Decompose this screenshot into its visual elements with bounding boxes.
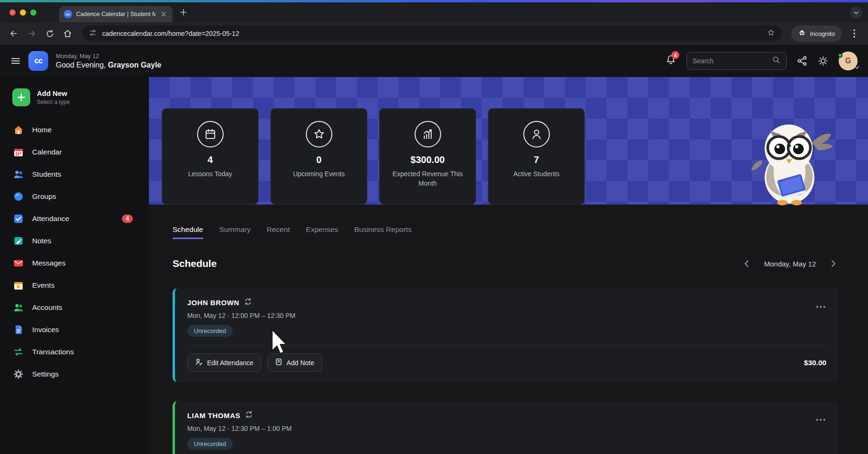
sidebar-item-attendance[interactable]: Attendance 4 (12, 207, 149, 230)
students-icon (12, 168, 25, 180)
next-day-button[interactable] (828, 258, 839, 269)
stat-value: 7 (534, 154, 539, 165)
calendar-icon (12, 146, 25, 158)
close-window-button[interactable] (9, 9, 16, 16)
lesson-student-name: LIAM THOMAS (187, 411, 240, 420)
account-menu[interactable]: G (839, 51, 858, 70)
back-icon[interactable] (6, 26, 22, 42)
person-icon (523, 121, 550, 147)
sidebar-item-label: Events (32, 281, 54, 290)
lesson-name-row: JOHN BROWN (187, 298, 826, 308)
tab-recent[interactable]: Recent (267, 225, 290, 239)
tab-title: Cadence Calendar | Student M (76, 11, 156, 17)
add-new-button[interactable]: Add New Select a type (12, 88, 149, 106)
online-status-dot (838, 53, 842, 58)
add-new-sublabel: Select a type (37, 99, 69, 105)
header-search (686, 52, 787, 70)
browser-menu-icon[interactable] (846, 26, 862, 42)
sidebar-item-events[interactable]: Events (12, 274, 149, 296)
sidebar-item-label: Calendar (32, 148, 62, 156)
forward-icon[interactable] (24, 26, 40, 42)
browser-toolbar: cadencecalendar.com/home?date=2025-05-12… (0, 22, 868, 45)
zoom-window-button[interactable] (30, 9, 36, 16)
invoices-icon (12, 324, 25, 336)
address-bar[interactable]: cadencecalendar.com/home?date=2025-05-12 (82, 26, 782, 42)
sidebar-item-groups[interactable]: Groups (12, 185, 149, 207)
app-header: cc Monday, May 12 Good Evening, Grayson … (0, 45, 868, 77)
stat-value: 4 (208, 154, 213, 165)
attendance-icon (12, 213, 25, 225)
theme-toggle-icon[interactable] (818, 56, 828, 66)
sidebar-item-label: Messages (32, 259, 66, 267)
lesson-datetime: Mon, May 12 · 12:30 PM – 1:00 PM (187, 425, 826, 432)
share-icon[interactable] (797, 56, 807, 66)
bookmark-star-icon[interactable] (767, 28, 775, 39)
sync-icon (244, 298, 252, 308)
browser-tab[interactable]: cc Cadence Calendar | Student M (59, 6, 173, 22)
header-date: Monday, May 12 (56, 53, 161, 60)
stat-label: Upcoming Events (293, 169, 345, 179)
notifications-button[interactable]: 4 (666, 54, 676, 68)
chevron-down-icon (854, 63, 859, 71)
settings-icon (12, 368, 25, 380)
reload-icon[interactable] (42, 26, 58, 42)
sidebar-item-home[interactable]: Home (12, 119, 149, 141)
sidebar-item-notes[interactable]: Notes (12, 230, 149, 252)
home-icon[interactable] (60, 26, 76, 42)
minimize-window-button[interactable] (20, 9, 26, 16)
sidebar-item-accounts[interactable]: Accounts (12, 296, 149, 318)
menu-icon[interactable] (10, 56, 21, 66)
stat-cards: 4 Lessons Today 0 Upcoming Events (149, 77, 868, 205)
sidebar-item-calendar[interactable]: Calendar (12, 141, 149, 163)
incognito-icon (798, 29, 806, 39)
sidebar-menu: Home Calendar Students Groups Attendance (12, 119, 149, 385)
tab-expenses[interactable]: Expenses (306, 225, 338, 239)
transactions-icon (12, 346, 25, 358)
main-content: 4 Lessons Today 0 Upcoming Events (149, 77, 868, 454)
schedule-header: Schedule Monday, May 12 (173, 258, 839, 269)
status-badge: Unrecorded (187, 438, 233, 450)
nav-date-label: Monday, May 12 (764, 260, 816, 268)
sidebar-item-transactions[interactable]: Transactions (12, 341, 149, 363)
notification-count-badge: 4 (671, 51, 679, 59)
greeting-text: Good Evening, Grayson Gayle (56, 61, 161, 69)
search-icon[interactable] (772, 56, 781, 66)
sidebar-item-students[interactable]: Students (12, 163, 149, 185)
messages-icon (12, 257, 25, 269)
tab-schedule[interactable]: Schedule (173, 225, 203, 239)
tab-business-reports[interactable]: Business Reports (354, 225, 411, 239)
accounts-icon (12, 301, 25, 314)
more-options-icon[interactable] (814, 300, 827, 312)
calendar-icon (197, 121, 224, 147)
new-tab-button[interactable] (176, 5, 191, 19)
sidebar-item-label: Students (32, 170, 61, 179)
site-info-icon[interactable] (89, 29, 97, 39)
app-logo[interactable]: cc (28, 51, 48, 71)
prev-day-button[interactable] (741, 258, 752, 269)
sidebar-item-invoices[interactable]: Invoices (12, 318, 149, 341)
stat-label: Expected Revenue This Month (392, 169, 464, 188)
stat-card-expected-revenue: $300.00 Expected Revenue This Month (379, 108, 476, 205)
add-new-label: Add New (37, 89, 69, 97)
edit-attendance-button[interactable]: Edit Attendance (187, 353, 261, 372)
stats-banner: 4 Lessons Today 0 Upcoming Events (149, 77, 868, 205)
lesson-list: JOHN BROWN Mon, May 12 · 12:00 PM – 12:3… (173, 288, 839, 454)
sidebar-item-settings[interactable]: Settings (12, 363, 149, 385)
lesson-card-liam-thomas: LIAM THOMAS Mon, May 12 · 12:30 PM – 1:0… (173, 401, 839, 454)
window-controls (9, 9, 36, 16)
lesson-name-row: LIAM THOMAS (187, 411, 826, 420)
sidebar-item-messages[interactable]: Messages (12, 252, 149, 274)
tab-search-button[interactable] (850, 7, 862, 19)
lesson-footer: Edit Attendance Add Note $30.00 (187, 345, 826, 372)
plus-icon[interactable] (12, 88, 30, 106)
stat-card-active-students: 7 Active Students (488, 108, 585, 205)
star-icon (306, 121, 332, 147)
groups-icon (12, 190, 25, 203)
tab-summary[interactable]: Summary (219, 225, 251, 239)
search-input[interactable] (693, 57, 768, 65)
sidebar-item-label: Home (32, 126, 52, 134)
add-note-button[interactable]: Add Note (267, 353, 322, 372)
more-options-icon[interactable] (814, 412, 827, 425)
tab-close-icon[interactable] (159, 10, 168, 18)
attendance-count-badge: 4 (122, 214, 133, 223)
